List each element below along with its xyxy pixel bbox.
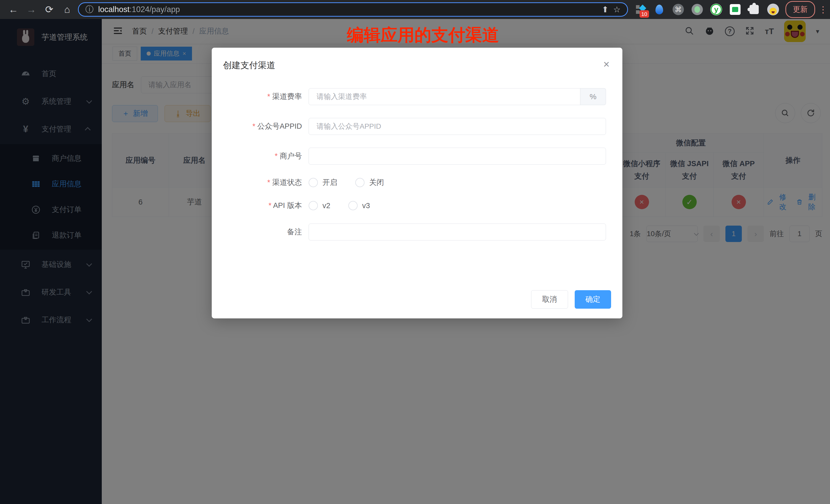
extension-badge: 10 (640, 10, 649, 18)
api-version-label: API 版本 (212, 200, 309, 211)
create-channel-dialog: 创建支付渠道 × 渠道费率 % 公众号APPID 商户号 渠道状态 开 (212, 48, 622, 318)
status-close-radio[interactable]: 关闭 (355, 178, 384, 188)
dialog-title: 创建支付渠道 (223, 60, 275, 70)
status-open-radio[interactable]: 开启 (309, 178, 337, 188)
status-label: 渠道状态 (212, 178, 309, 188)
balloon-extension-icon[interactable] (653, 3, 665, 15)
dialog-header: 创建支付渠道 × (212, 48, 622, 71)
appid-label: 公众号APPID (212, 121, 309, 131)
field-remark: 备注 (212, 224, 622, 241)
y-extension-icon[interactable]: y (710, 3, 722, 15)
browser-reload-icon[interactable]: ⟳ (42, 2, 56, 17)
annotation-text: 编辑应用的支付渠道 (347, 24, 499, 46)
confirm-button[interactable]: 确定 (575, 290, 611, 309)
remark-input[interactable] (309, 224, 606, 241)
radio-circle-icon (309, 178, 318, 187)
field-rate: 渠道费率 % (212, 88, 622, 105)
share-icon[interactable]: ⬆ (602, 5, 609, 14)
merchant-label: 商户号 (212, 151, 309, 161)
merchant-input[interactable] (309, 148, 606, 165)
remark-label: 备注 (212, 227, 309, 237)
extensions-puzzle-icon[interactable] (748, 3, 760, 15)
browser-update-button[interactable]: 更新 (786, 1, 815, 18)
cancel-button[interactable]: 取消 (531, 290, 568, 309)
command-extension-icon[interactable]: ⌘ (672, 3, 684, 15)
url-text[interactable]: localhost:1024/pay/app (98, 5, 597, 14)
bookmark-star-icon[interactable]: ☆ (613, 5, 620, 14)
browser-home-icon[interactable]: ⌂ (60, 2, 74, 17)
rate-label: 渠道费率 (212, 92, 309, 102)
site-info-icon[interactable]: ⓘ (85, 4, 94, 15)
field-merchant: 商户号 (212, 148, 622, 165)
dialog-body: 渠道费率 % 公众号APPID 商户号 渠道状态 开启 关闭 (212, 71, 622, 241)
api-v2-radio[interactable]: v2 (309, 201, 330, 210)
api-v3-radio[interactable]: v3 (348, 201, 370, 210)
recorder-extension-icon[interactable] (691, 3, 703, 15)
extensions-row: 10 ⌘ y (632, 3, 782, 15)
browser-forward-icon[interactable]: → (24, 2, 38, 17)
radio-circle-icon (348, 201, 358, 210)
percent-suffix: % (580, 88, 606, 105)
chat-extension-icon[interactable] (729, 3, 741, 15)
browser-chrome: ← → ⟳ ⌂ ⓘ localhost:1024/pay/app ⬆ ☆ 10 … (0, 0, 830, 19)
field-api-version: API 版本 v2 v3 (212, 200, 622, 211)
rate-input[interactable] (309, 88, 580, 105)
address-bar[interactable]: ⓘ localhost:1024/pay/app ⬆ ☆ (78, 2, 628, 17)
close-icon[interactable]: × (603, 59, 610, 70)
radio-circle-icon (309, 201, 318, 210)
appid-input[interactable] (309, 118, 606, 135)
dialog-footer: 取消 确定 (531, 290, 611, 309)
browser-back-icon[interactable]: ← (6, 2, 21, 17)
tab-groups-extension-icon[interactable]: 10 (634, 3, 646, 15)
radio-circle-icon (355, 178, 364, 187)
field-status: 渠道状态 开启 关闭 (212, 178, 622, 188)
field-appid: 公众号APPID (212, 118, 622, 135)
browser-menu-icon[interactable]: ⋮ (819, 7, 824, 12)
browser-profile-avatar[interactable] (767, 3, 779, 15)
